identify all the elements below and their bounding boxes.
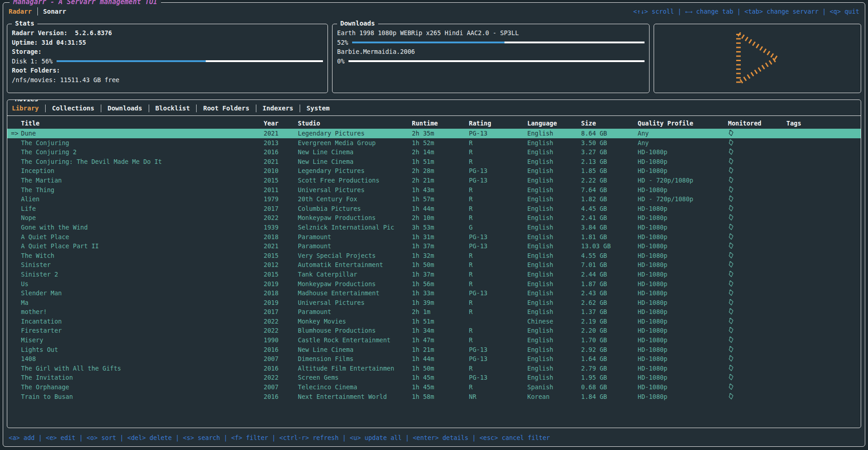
cell-runtime: 1h 31m: [412, 232, 469, 242]
disk-usage: Disk 1: 56%: [12, 57, 323, 66]
cell-year: 2016: [264, 147, 298, 157]
table-row[interactable]: The Conjuring: The Devil Made Me Do It20…: [7, 157, 861, 167]
table-row[interactable]: The Girl with All the Gifts2016Altitude …: [7, 364, 861, 373]
cell-monitored: [728, 298, 786, 308]
cell-size: 1.37 GB: [581, 307, 638, 317]
table-row[interactable]: Misery1990Castle Rock Entertainment1h 47…: [7, 335, 861, 345]
cell-tags: [786, 364, 861, 373]
tab-root-folders[interactable]: Root Folders: [203, 105, 249, 112]
table-row[interactable]: Alien197920th Century Fox1h 57mREnglish1…: [7, 194, 861, 204]
cell-rating: R: [469, 157, 527, 167]
cell-monitored: [728, 185, 786, 195]
table-row[interactable]: 14082007Dimension Films1h 44mPG-13Englis…: [7, 354, 861, 364]
cell-year: 2013: [264, 138, 298, 148]
cell-size: 2.20 GB: [581, 326, 638, 335]
cell-language: English: [527, 185, 581, 195]
tab-downloads[interactable]: Downloads: [108, 105, 142, 112]
table-row[interactable]: A Quiet Place2018Paramount1h 31mPG-13Eng…: [7, 232, 861, 242]
cell-size: 2.22 GB: [581, 176, 638, 185]
table-row[interactable]: Slender Man2018Madhouse Entertainment1h …: [7, 288, 861, 298]
table-row[interactable]: A Quiet Place Part II2021Paramount1h 37m…: [7, 241, 861, 251]
cell-monitored: [728, 345, 786, 355]
cell-language: English: [527, 157, 581, 167]
download-name: Barbie.Mermaidia.2006: [337, 47, 645, 57]
table-row[interactable]: Ma2019Universal Pictures1h 39mREnglish2.…: [7, 298, 861, 308]
tab-indexers[interactable]: Indexers: [263, 105, 293, 112]
table-row[interactable]: The Orphanage2007Telecinco Cinema1h 45mR…: [7, 382, 861, 392]
selection-marker: [7, 345, 21, 355]
cell-runtime: 2h 14m: [412, 147, 469, 157]
servarr-tab-radarr[interactable]: Radarr: [9, 8, 32, 15]
table-row[interactable]: The Martian2015Scott Free Productions2h …: [7, 176, 861, 185]
cell-size: 1.85 GB: [581, 166, 638, 176]
cell-runtime: 1h 45m: [412, 382, 469, 392]
cell-monitored: [728, 194, 786, 204]
table-row[interactable]: mother!2017Paramount2h 1mREnglish1.37 GB…: [7, 307, 861, 317]
tab-collections[interactable]: Collections: [52, 105, 94, 112]
tab-system[interactable]: System: [307, 105, 330, 112]
tab-blocklist[interactable]: Blocklist: [156, 105, 190, 112]
table-row[interactable]: The Invitation2022Screen Gems1h 45mPG-13…: [7, 373, 861, 382]
tag-icon: [728, 252, 734, 259]
tag-icon: [728, 148, 734, 155]
cell-size: 1.82 GB: [581, 194, 638, 204]
table-row[interactable]: Lights Out2016New Line Cinema1h 21mPG-13…: [7, 345, 861, 355]
table-row[interactable]: Firestarter2022Blumhouse Productions1h 3…: [7, 326, 861, 335]
cell-quality-profile: HD-1080p: [638, 279, 728, 289]
cell-monitored: [728, 213, 786, 223]
cell-runtime: 1h 45m: [412, 373, 469, 382]
selection-marker: [7, 241, 21, 251]
table-row[interactable]: Train to Busan2016Next Entertainment Wor…: [7, 392, 861, 402]
cell-monitored: [728, 241, 786, 251]
tag-icon: [728, 374, 734, 381]
cell-tags: [786, 260, 861, 270]
table-row[interactable]: Nope2022Monkeypaw Productions2h 10mREngl…: [7, 213, 861, 223]
column-header-rating: Rating: [469, 118, 527, 129]
cell-size: 1.95 GB: [581, 373, 638, 382]
cell-quality-profile: HD-1080p: [638, 166, 728, 176]
table-row[interactable]: =>Dune2021Legendary Pictures2h 35mPG-13E…: [7, 129, 861, 138]
tag-icon: [728, 186, 734, 193]
selection-marker: [7, 317, 21, 326]
cell-title: Us: [21, 279, 264, 289]
table-row[interactable]: The Conjuring2013Evergreen Media Group1h…: [7, 138, 861, 148]
cell-title: Alien: [21, 194, 264, 204]
cell-year: 2012: [264, 260, 298, 270]
cell-year: 2016: [264, 345, 298, 355]
table-row[interactable]: The Conjuring 22016New Line Cinema2h 14m…: [7, 147, 861, 157]
cell-language: English: [527, 147, 581, 157]
cell-title: The Conjuring 2: [21, 147, 264, 157]
cell-runtime: 1h 44m: [412, 354, 469, 364]
cell-studio: Paramount: [298, 307, 412, 317]
selection-marker: [7, 373, 21, 382]
table-row[interactable]: Inception2010Legendary Pictures2h 28mPG-…: [7, 166, 861, 176]
table-row[interactable]: Sinister2012Automatik Entertainment1h 50…: [7, 260, 861, 270]
tag-icon: [728, 261, 734, 268]
cell-tags: [786, 288, 861, 298]
cell-rating: PG-13: [469, 241, 527, 251]
cell-runtime: 1h 33m: [412, 288, 469, 298]
cell-quality-profile: HD-1080p: [638, 364, 728, 373]
table-row[interactable]: Gone with the Wind1939Selznick Internati…: [7, 223, 861, 232]
table-row[interactable]: The Witch2015Very Special Projects1h 32m…: [7, 251, 861, 261]
cell-year: 2018: [264, 288, 298, 298]
cell-title: Slender Man: [21, 288, 264, 298]
cell-studio: Altitude Film Entertainmen: [298, 364, 412, 373]
table-row[interactable]: The Thing2011Universal Pictures1h 43mREn…: [7, 185, 861, 195]
servarr-tab-sonarr[interactable]: Sonarr: [43, 8, 67, 15]
cell-language: Chinese: [527, 317, 581, 326]
cell-language: English: [527, 354, 581, 364]
table-row[interactable]: Us2019Monkeypaw Productions1h 56mREnglis…: [7, 279, 861, 289]
cell-year: 2022: [264, 317, 298, 326]
tab-separator: [45, 105, 46, 112]
cell-rating: PG-13: [469, 232, 527, 242]
cell-language: English: [527, 373, 581, 382]
selection-marker: [7, 270, 21, 279]
table-row[interactable]: Sinister 22015Tank Caterpillar1h 37mREng…: [7, 270, 861, 279]
cell-studio: Universal Pictures: [298, 185, 412, 195]
cell-studio: Paramount: [298, 232, 412, 242]
table-row[interactable]: Life2017Columbia Pictures1h 44mREnglish4…: [7, 204, 861, 214]
tab-library[interactable]: Library: [12, 105, 39, 112]
cell-tags: [786, 307, 861, 317]
table-row[interactable]: Incantation2022Monkey Movies1h 51mChines…: [7, 317, 861, 326]
